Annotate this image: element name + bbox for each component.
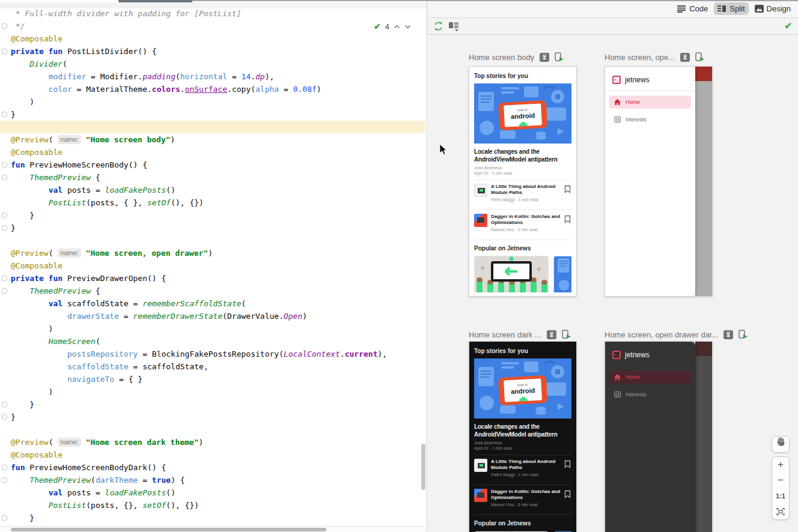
feed-item-title[interactable]: Dagger in Kotlin: Gotchas and Optimizati… — [491, 489, 561, 501]
interactive-preview-icon[interactable] — [723, 330, 733, 339]
feed-item-title[interactable]: Dagger in Kotlin: Gotchas and Optimizati… — [491, 214, 561, 226]
code-line[interactable]: scaffoldState = scaffoldState, — [11, 360, 427, 373]
fold-marker[interactable] — [2, 112, 7, 117]
zoom-actual-size-button[interactable]: 1:1 — [772, 488, 789, 504]
code-line[interactable]: fun PreviewHomeScreenBodyDark() { — [11, 461, 427, 474]
toggle-code[interactable]: Code — [674, 2, 711, 15]
hero-title[interactable]: Locale changes and the AndroidViewModel … — [474, 423, 571, 438]
editor-vertical-scrollbar[interactable] — [421, 444, 425, 490]
code-line[interactable] — [11, 234, 427, 247]
code-line[interactable]: } — [11, 209, 427, 222]
interactive-preview-icon[interactable] — [680, 53, 690, 62]
editor-tab-indicator[interactable] — [118, 0, 192, 2]
code-line[interactable]: } — [11, 398, 427, 411]
next-problem-icon[interactable] — [404, 25, 411, 29]
editor-horizontal-scrollbar[interactable] — [0, 526, 427, 532]
code-line[interactable]: } — [11, 108, 427, 121]
run-preview-icon[interactable] — [555, 52, 564, 62]
code-line[interactable] — [11, 423, 427, 436]
toggle-split[interactable]: Split — [714, 2, 748, 15]
preview-thumbnail-open-drawer[interactable]: ›_ jetnews Home Interests — [605, 66, 713, 297]
prev-problem-icon[interactable] — [394, 25, 400, 29]
code-line[interactable]: postsRepository = BlockingFakePostsRepos… — [11, 348, 427, 360]
zoom-to-fit-button[interactable] — [772, 504, 789, 519]
code-line[interactable]: PostList(posts, { }, setOf(), {}) — [11, 196, 427, 209]
fold-marker[interactable] — [2, 477, 7, 483]
preview-thumbnail-open-drawer-dark[interactable]: ›_ jetnews Home Interests — [605, 341, 713, 532]
code-line[interactable]: } — [11, 512, 427, 524]
code-line[interactable]: @Composable — [11, 32, 427, 45]
zoom-in-button[interactable]: + — [772, 457, 789, 473]
feed-item[interactable]: A Little Thing about Android Module Path… — [474, 455, 571, 480]
run-preview-icon[interactable] — [695, 52, 704, 62]
fold-marker[interactable] — [2, 175, 7, 180]
code-line[interactable]: HomeScreen( — [11, 335, 427, 348]
code-line[interactable]: @Composable — [11, 259, 427, 272]
code-lines[interactable]: * Full-width divider with padding for [P… — [11, 7, 427, 524]
hero-title[interactable]: Locale changes and the AndroidViewModel … — [474, 148, 571, 163]
code-line[interactable]: ) — [11, 385, 427, 398]
code-line[interactable]: Divider( — [11, 58, 427, 70]
editor-gutter[interactable] — [0, 7, 11, 532]
code-line[interactable]: navigateTo = { } — [11, 373, 427, 385]
feed-item-title[interactable]: A Little Thing about Android Module Path… — [491, 459, 561, 471]
drawer-item-home[interactable]: Home — [609, 95, 691, 109]
code-line[interactable]: ThemedPreview { — [11, 285, 427, 297]
bookmark-icon[interactable] — [564, 490, 571, 498]
code-line[interactable]: } — [11, 222, 427, 234]
fold-marker[interactable] — [2, 225, 7, 231]
popular-card[interactable]: From Java Programming Langua... Florina … — [474, 256, 549, 297]
code-line[interactable]: private fun PostListDivider() { — [11, 45, 427, 58]
drawer-item-interests[interactable]: Interests — [609, 388, 691, 401]
run-preview-icon[interactable] — [562, 330, 571, 339]
code-line[interactable]: ThemedPreview(darkTheme = true) { — [11, 474, 427, 486]
code-line[interactable]: ThemedPreview { — [11, 171, 427, 184]
interactive-preview-icon[interactable] — [547, 330, 556, 339]
fold-marker[interactable] — [2, 515, 7, 521]
code-line[interactable]: @Preview( name: "Home screen body") — [11, 133, 427, 146]
preview-thumbnail-home-body-dark[interactable]: Top stories for you now in android — [469, 341, 577, 532]
code-line[interactable]: @Composable — [11, 146, 427, 159]
popular-carousel[interactable]: From Java Programming Langua... Florina … — [474, 256, 571, 297]
feed-item[interactable]: A Little Thing about Android Module Path… — [474, 180, 571, 205]
fold-marker[interactable] — [2, 465, 7, 470]
code-line[interactable]: * Full-width divider with padding for [P… — [11, 7, 427, 20]
code-line[interactable]: color = MaterialTheme.colors.onSurface.c… — [11, 83, 427, 95]
code-line[interactable]: */ — [11, 20, 427, 32]
drawer-item-home[interactable]: Home — [609, 370, 691, 384]
fold-marker[interactable] — [2, 414, 7, 420]
fold-marker[interactable] — [2, 213, 7, 218]
code-line[interactable]: ) — [11, 322, 427, 335]
preview-thumbnail-home-body[interactable]: Top stories for you now in android — [469, 66, 577, 297]
bookmark-icon[interactable] — [564, 215, 571, 223]
refresh-previews-icon[interactable] — [433, 21, 443, 34]
code-line[interactable]: PostList(posts, {}, setOf(), {}) — [11, 499, 427, 512]
code-line[interactable] — [11, 121, 427, 133]
split-divider[interactable] — [427, 0, 427, 532]
fold-marker[interactable] — [2, 288, 7, 294]
fold-marker[interactable] — [2, 276, 7, 281]
feed-item[interactable]: Dagger in Kotlin: Gotchas and Optimizati… — [474, 485, 571, 510]
code-line[interactable]: ) — [11, 95, 427, 108]
code-line[interactable]: @Preview( name: "Home screen, open drawe… — [11, 247, 427, 259]
run-preview-icon[interactable] — [739, 330, 748, 339]
feed-item-title[interactable]: A Little Thing about Android Module Path… — [491, 184, 561, 196]
hero-image[interactable]: now in android — [474, 83, 571, 144]
code-line[interactable]: val posts = loadFakePosts() — [11, 486, 427, 499]
bookmark-icon[interactable] — [564, 460, 571, 468]
preview-layout-icon[interactable] — [449, 22, 460, 34]
inspections-widget[interactable]: ✔ 4 — [374, 22, 411, 31]
code-line[interactable]: val scaffoldState = rememberScaffoldStat… — [11, 297, 427, 310]
code-line[interactable]: @Composable — [11, 449, 427, 461]
toggle-design[interactable]: Design — [751, 2, 794, 15]
pan-button[interactable] — [772, 436, 790, 453]
popular-card[interactable]: now in android Locale changes and the An… — [553, 256, 571, 297]
fold-marker[interactable] — [2, 402, 7, 407]
code-line[interactable]: private fun PreviewDrawerOpen() { — [11, 272, 427, 285]
code-line[interactable]: drawerState = rememberDrawerState(Drawer… — [11, 310, 427, 322]
code-line[interactable]: fun PreviewHomeScreenBody() { — [11, 159, 427, 171]
drawer-item-interests[interactable]: Interests — [609, 113, 691, 126]
code-line[interactable]: } — [11, 411, 427, 423]
code-editor[interactable]: * Full-width divider with padding for [P… — [0, 2, 427, 532]
code-line[interactable]: val posts = loadFakePosts() — [11, 184, 427, 196]
